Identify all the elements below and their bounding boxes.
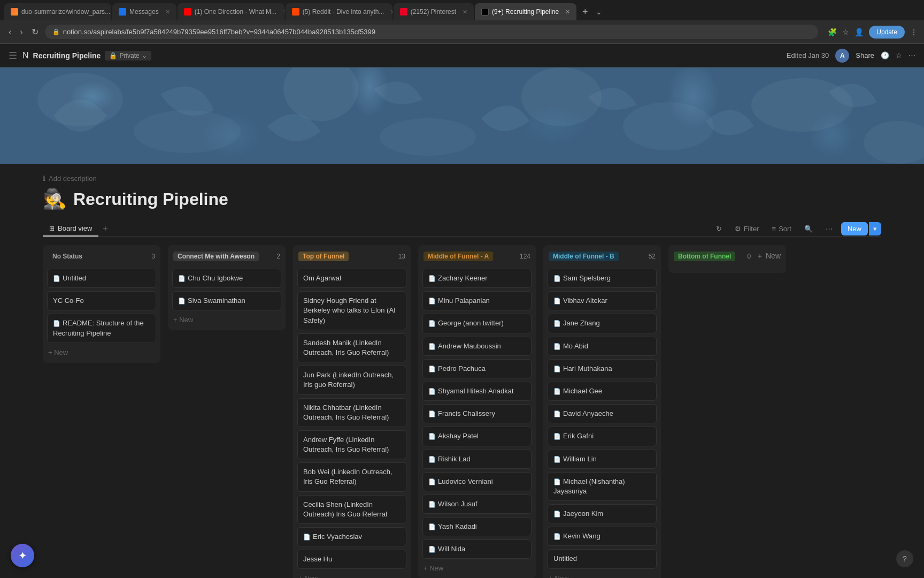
new-button[interactable]: New [841,222,868,235]
card-mid-b-7[interactable]: 📄Erik Gafni [548,427,657,446]
card-mid-a-4[interactable]: 📄Pedro Pachuca [422,359,532,378]
card-mid-b-2[interactable]: 📄Jane Zhang [548,314,657,333]
card-no-status-2[interactable]: 📄README: Structure of the Recruiting Pip… [47,314,156,343]
card-no-status-0[interactable]: 📄Untitled [47,269,156,288]
card-top-9[interactable]: Jesse Hu [297,550,406,569]
url-bar[interactable]: 🔒 notion.so/aspirelabs/fe5b9f7a584249b79… [45,25,819,39]
card-text-top-7: Cecilia Shen (LinkedIn Outreach) Iris Gu… [303,500,387,518]
tab-duo[interactable]: duo-summarize/window_pars... ✕ [4,3,111,20]
tab-msgs[interactable]: Messages ✕ [112,3,176,20]
card-mid-a-5[interactable]: 📄Shyamal Hitesh Anadkat [422,382,532,401]
tab-close-msgs[interactable]: ✕ [162,9,170,16]
tab-close-notion[interactable]: ✕ [562,9,570,16]
card-doc-icon-top-8: 📄 [303,534,311,541]
tab-close-reddit[interactable]: ✕ [387,9,392,16]
card-mid-a-12[interactable]: 📄Will Nida [422,539,532,559]
card-mid-a-6[interactable]: 📄Francis Chalissery [422,404,532,423]
add-new-top[interactable]: + New [297,572,406,578]
col-label-bottom: Bottom of Funnel [674,252,735,261]
card-text-top-0: Om Agarwal [303,274,341,282]
card-mid-b-0[interactable]: 📄Sam Spelsberg [548,269,657,288]
help-button[interactable]: ? [896,550,913,567]
reload-button[interactable]: ↻ [29,25,41,39]
card-mid-a-7[interactable]: 📄Akshay Patel [422,427,532,446]
add-new-connect[interactable]: + New [172,314,281,326]
card-connect-0[interactable]: 📄Chu Chu Igbokwe [172,269,281,288]
sort-button[interactable]: ≡ Sort [768,223,796,235]
share-button[interactable]: Share [856,51,874,59]
card-mid-a-3[interactable]: 📄Andrew Mauboussin [422,337,532,356]
card-mid-b-10[interactable]: 📄Jaeyoon Kim [548,504,657,523]
star-icon[interactable]: ☆ [896,51,902,59]
add-new-mid-a[interactable]: + New [422,562,532,574]
add-view-button[interactable]: + [98,222,112,235]
card-mid-a-9[interactable]: 📄Ludovico Verniani [422,472,532,491]
menu-icon[interactable]: ⋮ [910,28,918,36]
card-mid-a-1[interactable]: 📄Minu Palapanian [422,291,532,310]
tab-overflow-button[interactable]: ⌄ [594,5,604,18]
profile-icon[interactable]: 👤 [854,28,864,36]
card-mid-b-11[interactable]: 📄Kevin Wang [548,527,657,546]
card-top-5[interactable]: Andrew Fyffe (LinkedIn Outreach, Iris Gu… [297,430,406,459]
extensions-icon[interactable]: 🧩 [828,28,837,36]
card-top-8[interactable]: 📄Eric Vyacheslav [297,527,406,546]
card-mid-b-4[interactable]: 📄Hari Muthakana [548,359,657,378]
tab-close-yt[interactable]: ✕ [280,9,284,16]
tab-reddit[interactable]: (5) Reddit - Dive into anyth... ✕ [286,3,392,20]
update-button[interactable]: Update [869,26,905,39]
board-view-tab[interactable]: ⊞ Board view [43,221,98,237]
card-doc-icon-mid-a-7: 📄 [428,433,436,440]
card-mid-a-2[interactable]: 📄George (anon twitter) [422,314,532,333]
history-icon[interactable]: 🕐 [881,51,889,59]
card-top-1[interactable]: Sidney Hough Friend at Berkeley who talk… [297,291,406,330]
card-connect-1[interactable]: 📄Siva Swaminathan [172,291,281,310]
column-mid-a: Middle of Funnel - A124📄Zachary Keener📄M… [418,245,536,578]
add-description-button[interactable]: ℹ Add description [43,174,881,182]
card-top-0[interactable]: Om Agarwal [297,269,406,288]
card-mid-b-5[interactable]: 📄Michael Gee [548,382,657,401]
bookmark-icon[interactable]: ☆ [842,28,849,36]
card-top-6[interactable]: Bob Wei (LinkedIn Outreach, Iris Guo Ref… [297,462,406,491]
ellipsis-button[interactable]: ⋯ [821,223,837,235]
refresh-icon[interactable]: ↻ [712,223,726,235]
card-top-4[interactable]: Nikita Chhatbar (LinkedIn Outreach, Iris… [297,398,406,427]
filter-button[interactable]: ⚙ Filter [730,223,764,235]
card-mid-b-3[interactable]: 📄Mo Abid [548,337,657,356]
tab-notion[interactable]: (9+) Recruiting Pipeline ✕ [475,3,576,20]
back-button[interactable]: ‹ [6,25,13,39]
sidebar-toggle-icon[interactable]: ☰ [9,50,17,62]
new-button-caret[interactable]: ▾ [869,222,881,235]
private-badge[interactable]: 🔒 Private ⌄ [105,51,151,60]
card-mid-b-8[interactable]: 📄William Lin [548,450,657,469]
card-mid-b-9[interactable]: 📄Michael (Nishantha) Jayasuriya [548,472,657,501]
col-add-new-bottom[interactable]: ＋ New [756,252,781,261]
add-new-no-status[interactable]: + New [47,346,156,359]
tab-label-msgs: Messages [129,8,159,16]
card-top-7[interactable]: Cecilia Shen (LinkedIn Outreach) Iris Gu… [297,495,406,524]
card-mid-a-11[interactable]: 📄Yash Kadadi [422,517,532,536]
card-mid-a-8[interactable]: 📄Rishik Lad [422,450,532,469]
card-mid-b-6[interactable]: 📄David Anyaeche [548,404,657,423]
more-icon[interactable]: ⋯ [908,51,915,59]
tab-yt[interactable]: (1) One Direction - What M... ✕ [178,3,284,20]
new-tab-button[interactable]: + [578,4,592,19]
notion-app-bar: ☰ N Recruiting Pipeline 🔒 Private ⌄ Edit… [0,44,924,67]
ai-assistant-button[interactable]: ✦ [11,544,34,567]
card-mid-b-1[interactable]: 📄Vibhav Altekar [548,291,657,310]
card-mid-a-10[interactable]: 📄Wilson Jusuf [422,495,532,514]
card-no-status-1[interactable]: YC Co-Fo [47,291,156,310]
tab-pinterest[interactable]: (2152) Pinterest ✕ [394,3,474,20]
card-mid-a-0[interactable]: 📄Zachary Keener [422,269,532,288]
info-icon: ℹ [43,174,45,182]
card-top-3[interactable]: Jun Park (LinkedIn Outreach, Iris guo Re… [297,366,406,394]
tab-close-pinterest[interactable]: ✕ [459,9,467,16]
url-text[interactable]: notion.so/aspirelabs/fe5b9f7a584249b7935… [63,28,375,36]
forward-button[interactable]: › [18,25,25,39]
column-no-status: No Status3📄UntitledYC Co-Fo📄README: Stru… [43,245,160,363]
card-mid-b-12[interactable]: Untitled [548,549,657,568]
sort-label: Sort [779,225,791,233]
card-top-2[interactable]: Sandesh Manik (LinkedIn Outreach, Iris G… [297,333,406,362]
add-new-mid-b[interactable]: + New [548,572,657,578]
search-button[interactable]: 🔍 [800,223,817,235]
view-tabs: ⊞ Board view + ↻ ⚙ Filter ≡ Sort 🔍 ⋯ New [43,221,881,237]
